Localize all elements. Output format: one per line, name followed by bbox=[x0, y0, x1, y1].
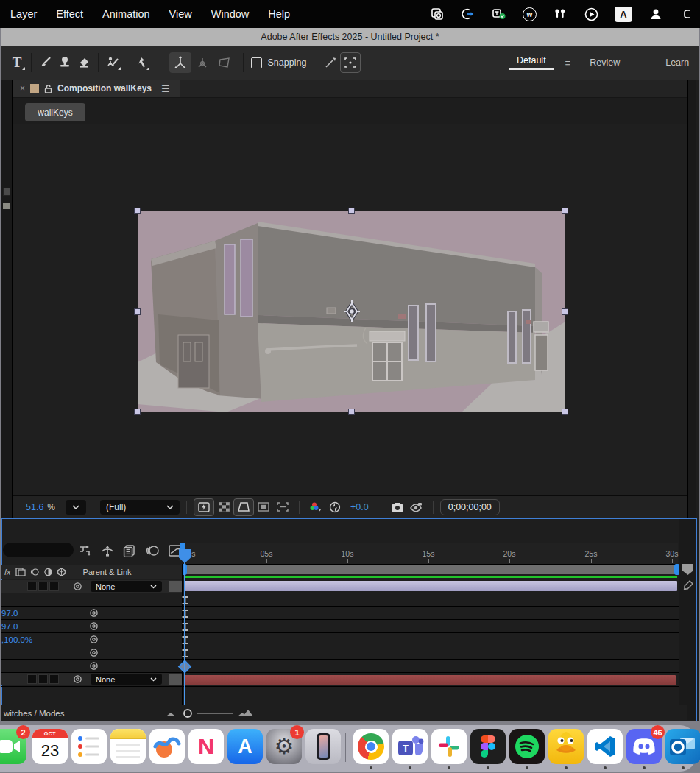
local-axis-mode-button[interactable] bbox=[169, 52, 191, 73]
parent-link-column-header[interactable]: Parent & Link bbox=[83, 568, 132, 576]
fx-column-header[interactable]: fx bbox=[4, 568, 11, 576]
input-source-icon[interactable]: A bbox=[615, 7, 632, 22]
property-pickwhip-icon[interactable] bbox=[88, 635, 99, 645]
layer2-pickwhip-icon[interactable] bbox=[72, 674, 82, 685]
panel-menu-icon[interactable]: ☰ bbox=[161, 83, 170, 94]
anchor-point-icon[interactable] bbox=[341, 300, 363, 322]
frame-blending-icon[interactable] bbox=[122, 544, 137, 560]
mask-visibility-button[interactable] bbox=[233, 498, 254, 516]
selection-handle-bottom-center[interactable] bbox=[348, 409, 355, 415]
selection-handle-middle-left[interactable] bbox=[134, 308, 141, 315]
timeline-zoom-track[interactable] bbox=[197, 713, 233, 714]
menu-effect[interactable]: Effect bbox=[56, 8, 83, 20]
fast-previews-button[interactable] bbox=[194, 498, 214, 516]
selection-handle-bottom-left[interactable] bbox=[134, 409, 141, 415]
spotify-dock-icon[interactable] bbox=[509, 729, 545, 764]
freeform-dock-icon[interactable] bbox=[149, 729, 185, 764]
zoom-out-mountain-icon[interactable] bbox=[166, 710, 177, 717]
frame-blend-column-icon[interactable] bbox=[15, 568, 26, 576]
user-status-icon[interactable] bbox=[648, 7, 663, 21]
cyberduck-dock-icon[interactable] bbox=[548, 729, 584, 764]
figma-dock-icon[interactable] bbox=[470, 729, 506, 764]
motion-blur-icon[interactable] bbox=[144, 544, 160, 560]
property-row-2[interactable]: 97.0 bbox=[1, 607, 183, 619]
zoom-in-mountain-icon[interactable] bbox=[237, 708, 253, 718]
teams-status-icon[interactable] bbox=[492, 7, 506, 21]
property-row-6[interactable] bbox=[1, 660, 183, 672]
play-status-icon[interactable] bbox=[584, 7, 598, 21]
selection-handle-top-center[interactable] bbox=[348, 208, 355, 214]
type-tool-button[interactable]: T bbox=[7, 53, 26, 72]
zoom-dropdown-button[interactable] bbox=[66, 500, 86, 515]
timeline-zoom-knob[interactable] bbox=[183, 708, 193, 719]
menu-animation[interactable]: Animation bbox=[102, 8, 149, 20]
appstore-dock-icon[interactable]: A bbox=[227, 729, 263, 764]
guides-safe-margins-button[interactable] bbox=[254, 499, 273, 515]
property-row-4[interactable]: ,100.0% bbox=[1, 633, 183, 646]
snap-to-features-button[interactable] bbox=[340, 52, 361, 73]
show-snapshot-eye-icon[interactable] bbox=[407, 499, 426, 515]
close-tab-icon[interactable]: × bbox=[20, 83, 25, 93]
resolution-dropdown[interactable]: (Full) bbox=[100, 500, 180, 515]
layer2-switch-3[interactable] bbox=[49, 674, 59, 684]
world-axis-mode-button[interactable] bbox=[191, 52, 213, 73]
clone-stamp-tool-button[interactable] bbox=[55, 53, 74, 72]
menu-window[interactable]: Window bbox=[211, 8, 250, 20]
lock-icon[interactable] bbox=[44, 84, 52, 93]
view-axis-mode-button[interactable] bbox=[213, 52, 236, 73]
layer1-switch-3[interactable] bbox=[49, 582, 59, 591]
layer1-switch-2[interactable] bbox=[38, 582, 48, 591]
adjustment-layer-column-icon[interactable] bbox=[43, 568, 53, 576]
draft-3d-icon[interactable] bbox=[100, 544, 115, 560]
collapsed-panel-icon[interactable] bbox=[3, 188, 10, 196]
slack-dock-icon[interactable] bbox=[431, 729, 467, 764]
zoom-value[interactable]: 51.6 bbox=[26, 502, 43, 512]
property-pickwhip-icon[interactable] bbox=[88, 608, 99, 618]
menu-help[interactable]: Help bbox=[268, 8, 290, 20]
outlook-status-icon[interactable] bbox=[430, 7, 445, 21]
property-pickwhip-icon[interactable] bbox=[88, 621, 99, 632]
exposure-value[interactable]: +0.0 bbox=[350, 502, 369, 512]
work-area-bar[interactable] bbox=[181, 565, 681, 574]
exposure-reset-icon[interactable] bbox=[325, 499, 344, 515]
layer1-duration-bar[interactable] bbox=[185, 581, 677, 591]
workspace-tab-review[interactable]: Review bbox=[582, 57, 627, 68]
layer1-parent-dropdown[interactable]: None bbox=[91, 581, 162, 592]
menu-view[interactable]: View bbox=[169, 8, 192, 20]
wacom-status-icon[interactable]: w bbox=[523, 7, 537, 21]
property-row-1[interactable] bbox=[1, 593, 183, 606]
news-dock-icon[interactable]: N bbox=[188, 729, 224, 764]
property-value-y[interactable]: 97.0 bbox=[1, 622, 18, 631]
comp-breadcrumb-button[interactable]: wallKeys bbox=[25, 103, 85, 121]
layer2-switch-1[interactable] bbox=[27, 674, 37, 684]
layer-row-1[interactable]: None bbox=[1, 580, 183, 593]
selection-handle-top-right[interactable] bbox=[562, 208, 568, 214]
chrome-dock-icon[interactable] bbox=[353, 729, 389, 764]
layer2-switch-2[interactable] bbox=[38, 674, 48, 684]
live-update-icon[interactable] bbox=[682, 579, 694, 591]
window-titlebar[interactable]: Adobe After Effects 2025 - Untitled Proj… bbox=[1, 28, 699, 46]
outlook-dock-icon[interactable] bbox=[665, 729, 700, 764]
layer1-pickwhip-icon[interactable] bbox=[72, 582, 82, 592]
notes-dock-icon[interactable] bbox=[110, 729, 146, 764]
brush-tool-button[interactable] bbox=[36, 53, 55, 72]
comp-marker-bin-icon[interactable] bbox=[682, 563, 694, 576]
property-pickwhip-icon[interactable] bbox=[88, 648, 99, 658]
property-value-scale[interactable]: ,100.0% bbox=[1, 635, 32, 644]
layer-row-2[interactable]: None bbox=[1, 673, 183, 685]
workspace-tab-default[interactable]: Default bbox=[509, 55, 554, 70]
eraser-tool-button[interactable] bbox=[74, 53, 93, 72]
toggle-switches-modes-label[interactable]: witches / Modes bbox=[4, 709, 64, 718]
reminders-dock-icon[interactable] bbox=[71, 729, 107, 764]
roto-brush-tool-button[interactable] bbox=[103, 53, 122, 72]
snapshot-camera-icon[interactable] bbox=[388, 499, 407, 515]
snap-along-edges-icon[interactable] bbox=[321, 53, 340, 72]
puppet-pin-tool-button[interactable] bbox=[132, 53, 151, 72]
transparency-grid-button[interactable] bbox=[214, 499, 233, 515]
layer2-parent-dropdown[interactable]: None bbox=[91, 674, 162, 685]
teams-dock-icon[interactable]: T bbox=[392, 729, 428, 764]
channel-views-button[interactable] bbox=[306, 499, 325, 515]
selection-handle-bottom-right[interactable] bbox=[562, 409, 568, 415]
vscode-dock-icon[interactable] bbox=[587, 729, 623, 764]
property-row-3[interactable]: 97.0 bbox=[1, 620, 183, 632]
